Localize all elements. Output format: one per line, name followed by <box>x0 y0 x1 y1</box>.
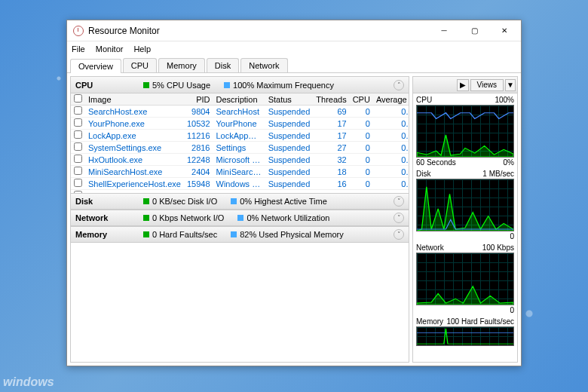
disk-active-icon <box>231 198 237 204</box>
cpu-graph-footl: 60 Seconds <box>416 158 456 167</box>
cpu-usage-text: 5% CPU Usage <box>152 81 210 90</box>
cell-desc: Microsoft … <box>213 154 265 166</box>
menu-file[interactable]: File <box>72 44 85 54</box>
maximize-button[interactable]: ▢ <box>459 20 489 41</box>
content-area: CPU 5% CPU Usage 100% Maximum Frequency … <box>67 73 521 366</box>
col-image[interactable]: Image <box>85 93 184 106</box>
cell-image: LockApp.exe <box>85 130 184 142</box>
empty-area <box>71 243 409 362</box>
titlebar[interactable]: Resource Monitor ─ ▢ ✕ <box>67 20 521 41</box>
views-dropdown-button[interactable]: ▼ <box>505 79 516 91</box>
chevron-down-icon[interactable]: ˅ <box>394 213 404 223</box>
cpu-freq-text: 100% Maximum Frequency <box>233 81 334 90</box>
col-pid[interactable]: PID <box>184 93 213 106</box>
svg-marker-1 <box>417 187 513 231</box>
right-pane: ▶ Views ▼ CPU100% 60 Seconds0% Di <box>412 76 518 363</box>
cell-desc: YourPhone <box>213 118 265 130</box>
disk-graph-title: Disk <box>416 170 430 178</box>
network-graph-footr: 0 <box>510 306 514 314</box>
tab-disk[interactable]: Disk <box>207 58 239 72</box>
resource-monitor-window: Resource Monitor ─ ▢ ✕ File Monitor Help… <box>66 20 522 366</box>
cell-image: HxOutlook.exe <box>85 154 184 166</box>
row-checkbox[interactable] <box>74 179 82 187</box>
network-util-icon <box>237 215 243 221</box>
collapse-arrow-button[interactable]: ▶ <box>457 79 469 91</box>
cpu-section-header[interactable]: CPU 5% CPU Usage 100% Maximum Frequency … <box>71 77 409 93</box>
cell-threads: 32 <box>313 154 349 166</box>
select-all-checkbox[interactable] <box>74 94 82 103</box>
cell-pid: 15948 <box>184 178 213 190</box>
disk-active-text: 0% Highest Active Time <box>240 197 327 206</box>
row-checkbox[interactable] <box>74 130 82 139</box>
table-row[interactable]: YourPhone.exe10532YourPhoneSuspended1700… <box>71 118 409 130</box>
chevron-down-icon[interactable]: ˅ <box>394 196 404 207</box>
cell-cpu: 0 <box>350 178 373 190</box>
table-row[interactable]: MiniSearchHost.exe2404MiniSearc…Suspende… <box>71 166 409 178</box>
cell-status: Suspended <box>265 106 314 118</box>
cell-pid: 10532 <box>184 118 213 130</box>
row-checkbox[interactable] <box>74 142 82 151</box>
tabbar: Overview CPU Memory Disk Network <box>67 57 521 73</box>
cpu-usage-icon <box>143 82 149 88</box>
views-toolbar: ▶ Views ▼ <box>413 77 517 93</box>
disk-section-header[interactable]: Disk 0 KB/sec Disk I/O 0% Highest Active… <box>71 193 409 210</box>
memory-section-header[interactable]: Memory 0 Hard Faults/sec 82% Used Physic… <box>71 226 409 243</box>
col-status[interactable]: Status <box>265 93 314 106</box>
row-checkbox[interactable] <box>74 106 82 115</box>
graph-container: CPU100% 60 Seconds0% Disk1 MB/sec <box>413 93 517 362</box>
cpu-graph-block: CPU100% 60 Seconds0% <box>416 95 514 167</box>
cell-status: Suspended <box>265 118 314 130</box>
cell-desc: SearchHost <box>213 106 265 118</box>
cell-avg: 0.00 <box>373 154 409 166</box>
row-checkbox[interactable] <box>74 155 82 163</box>
tab-network[interactable]: Network <box>240 58 287 72</box>
col-cpu[interactable]: CPU <box>350 93 373 106</box>
network-graph-title: Network <box>416 243 444 252</box>
cpu-graph <box>416 105 514 158</box>
col-description[interactable]: Description <box>213 93 265 106</box>
svg-marker-2 <box>417 286 513 305</box>
cell-status: Suspended <box>265 166 314 178</box>
cpu-freq-icon <box>224 82 230 88</box>
disk-graph <box>416 179 514 231</box>
table-row[interactable]: SystemSettings.exe2816SettingsSuspended2… <box>71 142 409 154</box>
row-checkbox[interactable] <box>74 167 82 175</box>
cell-cpu: 0 <box>350 154 373 166</box>
menu-monitor[interactable]: Monitor <box>96 44 124 54</box>
network-graph-max: 100 Kbps <box>482 243 514 252</box>
cell-status: Suspended <box>265 142 314 154</box>
tab-memory[interactable]: Memory <box>158 58 205 72</box>
views-button[interactable]: Views <box>470 79 504 91</box>
chevron-down-icon[interactable]: ˅ <box>394 229 404 240</box>
tab-cpu[interactable]: CPU <box>123 58 157 72</box>
minimize-button[interactable]: ─ <box>429 20 459 41</box>
table-row[interactable]: ShellExperienceHost.exe15948Windows …Sus… <box>71 178 409 190</box>
process-table[interactable]: Image PID Description Status Threads CPU… <box>71 93 409 193</box>
close-button[interactable]: ✕ <box>489 20 519 41</box>
disk-graph-block: Disk1 MB/sec 0 <box>416 169 514 241</box>
network-util-text: 0% Network Utilization <box>247 213 329 222</box>
col-avg[interactable]: Average … <box>373 93 409 106</box>
tab-overview[interactable]: Overview <box>70 59 121 73</box>
cell-desc: Settings <box>213 142 265 154</box>
network-section-header[interactable]: Network 0 Kbps Network I/O 0% Network Ut… <box>71 210 409 226</box>
chevron-up-icon[interactable]: ˄ <box>394 80 404 90</box>
cell-threads: 27 <box>313 142 349 154</box>
cell-pid: 9804 <box>184 106 213 118</box>
cell-status: Suspended <box>265 130 314 142</box>
col-threads[interactable]: Threads <box>313 93 349 106</box>
cell-desc: Windows … <box>213 178 265 190</box>
cell-cpu: 0 <box>350 118 373 130</box>
table-row[interactable]: SearchHost.exe9804SearchHostSuspended690… <box>71 106 409 118</box>
memory-graph <box>416 326 514 346</box>
network-io-text: 0 Kbps Network I/O <box>152 213 224 222</box>
table-row[interactable]: HxOutlook.exe12248Microsoft …Suspended32… <box>71 154 409 166</box>
window-title: Resource Monitor <box>88 26 160 36</box>
row-checkbox[interactable] <box>74 118 82 127</box>
table-row[interactable]: LockApp.exe11216LockApp…Suspended1700.00 <box>71 130 409 142</box>
disk-io-icon <box>143 198 149 204</box>
cpu-graph-max: 100% <box>495 96 514 104</box>
menu-help[interactable]: Help <box>133 44 151 54</box>
cell-image: MiniSearchHost.exe <box>85 166 184 178</box>
cell-cpu: 0 <box>350 166 373 178</box>
